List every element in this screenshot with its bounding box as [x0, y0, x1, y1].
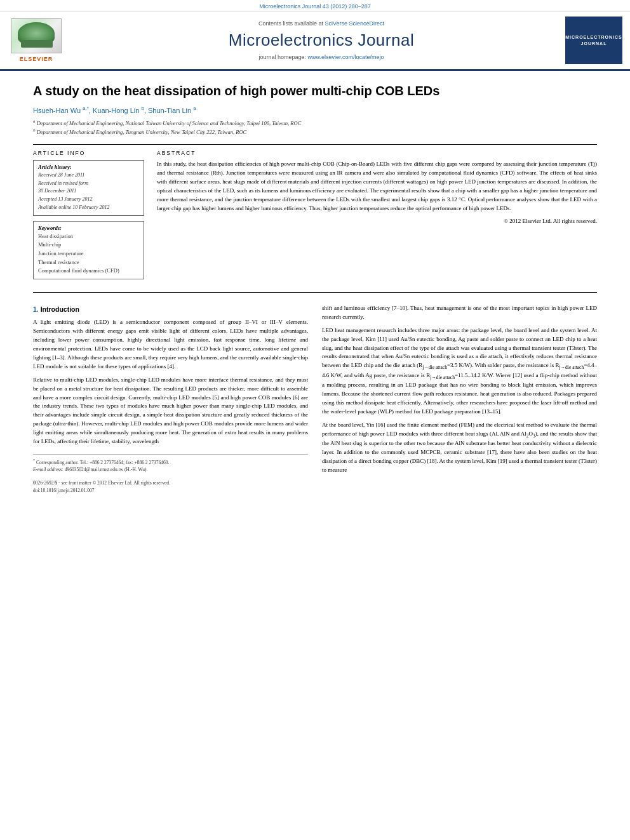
journal-brand-label: MICROELECTRONICS JOURNAL	[565, 34, 622, 46]
keywords-label: Keywords:	[38, 225, 139, 231]
history-label: Article history:	[38, 164, 139, 170]
right-para-3: At the board level, Yin [16] used the fi…	[322, 421, 597, 475]
article-info-title: ARTICLE INFO	[33, 150, 144, 156]
affiliation-b: b Department of Mechanical Engineering, …	[33, 127, 597, 137]
divider-top	[33, 144, 597, 145]
section1-number: 1.	[33, 305, 41, 313]
right-para-1: shift and luminous efficiency [7–10]. Th…	[322, 304, 597, 322]
article-title: A study on the heat dissipation of high …	[33, 83, 597, 99]
keyword-3: Junction temperature	[38, 250, 139, 258]
keyword-2: Multi-chip	[38, 241, 139, 250]
footnote-email: E-mail address: d96035024@mail.ntust.edu…	[33, 466, 308, 473]
journal-ref-link[interactable]: Microelectronics Journal 43 (2012) 280–2…	[259, 3, 371, 10]
affiliations: a Department of Mechanical Engineering, …	[33, 118, 597, 137]
received-date: Received 28 June 2011	[38, 171, 139, 180]
abstract-section: ABSTRACT In this study, the heat dissipa…	[157, 150, 597, 284]
abstract-title: ABSTRACT	[157, 150, 597, 156]
available-date: Available online 10 February 2012	[38, 204, 139, 212]
col-left: 1. Introduction A light emitting diode (…	[33, 304, 308, 495]
homepage-url[interactable]: www.elsevier.com/locate/mejo	[308, 54, 384, 60]
bottom-identifiers: 0026-2692/$ - see front matter © 2012 El…	[33, 479, 308, 494]
intro-para-2: Relative to multi-chip LED modules, sing…	[33, 376, 308, 447]
section1-title: Introduction	[41, 305, 79, 313]
abstract-text: In this study, the heat dissipation effi…	[157, 160, 597, 213]
keywords-list: Heat dissipation Multi-chip Junction tem…	[38, 232, 139, 276]
keyword-4: Thermal resistance	[38, 258, 139, 267]
article-container: A study on the heat dissipation of high …	[0, 71, 630, 507]
journal-name: Microelectronics Journal	[77, 30, 565, 50]
authors: Hsueh-Han Wu a,*, Kuan-Hong Lin b, Shun-…	[33, 105, 597, 114]
article-info-panel: ARTICLE INFO Article history: Received 2…	[33, 150, 144, 284]
accepted-date: Accepted 13 January 2012	[38, 196, 139, 204]
elsevier-logo-image	[11, 18, 62, 53]
issn-line: 0026-2692/$ - see front matter © 2012 El…	[33, 479, 308, 487]
content-available-text: Contents lists available at SciVerse Sci…	[77, 20, 565, 27]
journal-title-center: Contents lists available at SciVerse Sci…	[77, 20, 565, 60]
col-right: shift and luminous efficiency [7–10]. Th…	[322, 304, 597, 495]
intro-para-1: A light emitting diode (LED) is a semico…	[33, 318, 308, 371]
elsevier-brand-text: ELSEVIER	[20, 56, 53, 62]
main-content: 1. Introduction A light emitting diode (…	[33, 304, 597, 495]
elsevier-tree-image	[11, 19, 61, 53]
divider-bottom	[33, 292, 597, 293]
affiliation-a: a Department of Mechanical Engineering, …	[33, 118, 597, 128]
keywords-box: Keywords: Heat dissipation Multi-chip Ju…	[33, 221, 144, 279]
section1-heading: 1. Introduction	[33, 304, 308, 314]
article-history-box: Article history: Received 28 June 2011 R…	[33, 160, 144, 216]
abstract-copyright: © 2012 Elsevier Ltd. All rights reserved…	[157, 218, 597, 224]
journal-header: ELSEVIER Contents lists available at Sci…	[0, 11, 630, 71]
doi-line: doi:10.1016/j.mejo.2012.01.007	[33, 487, 308, 495]
elsevier-logo-left: ELSEVIER	[8, 18, 65, 62]
received-revised-label: Received in revised form	[38, 180, 139, 188]
article-info-abstract: ARTICLE INFO Article history: Received 2…	[33, 150, 597, 284]
sciverse-link[interactable]: SciVerse ScienceDirect	[325, 20, 385, 27]
top-bar: Microelectronics Journal 43 (2012) 280–2…	[0, 0, 630, 11]
footnote-section: * Corresponding author. Tel.: +886 2 273…	[33, 454, 308, 473]
keyword-5: Computational fluid dynamics (CFD)	[38, 267, 139, 276]
right-para-2: LED heat management research includes th…	[322, 326, 597, 417]
journal-homepage: journal homepage: www.elsevier.com/locat…	[77, 54, 565, 60]
footnote-corresponding: * Corresponding author. Tel.: +886 2 273…	[33, 458, 308, 466]
revised-date: 30 December 2011	[38, 187, 139, 196]
journal-logo-right: MICROELECTRONICS JOURNAL	[565, 17, 622, 64]
keyword-1: Heat dissipation	[38, 232, 139, 241]
